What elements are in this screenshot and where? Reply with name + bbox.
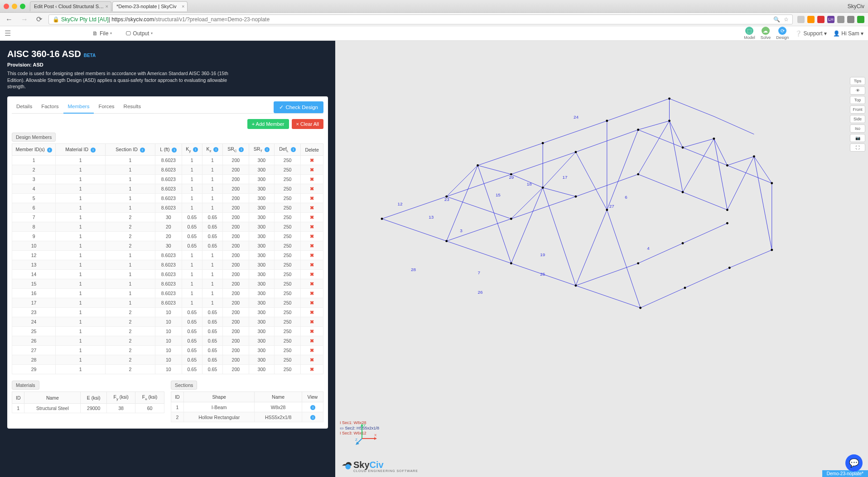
table-row[interactable]: 2118.602311200300250✖ — [12, 165, 323, 175]
table-row[interactable]: 712300.650.65200300250✖ — [12, 213, 323, 222]
tab-factors[interactable]: Factors — [37, 101, 63, 113]
delete-icon[interactable]: ✖ — [310, 262, 314, 267]
delete-icon[interactable]: ✖ — [310, 348, 314, 353]
delete-icon[interactable]: ✖ — [310, 300, 314, 305]
delete-icon[interactable]: ✖ — [310, 234, 314, 239]
info-icon[interactable]: i — [47, 148, 52, 153]
info-icon[interactable]: i — [140, 148, 145, 153]
3d-viewport[interactable]: 12 13 23 29 15 18 7 26 3 4 17 24 6 27 25… — [335, 41, 868, 477]
file-menu[interactable]: 🗎 File ▾ — [92, 30, 112, 37]
table-row[interactable]: 17118.602311200300250✖ — [12, 298, 323, 308]
delete-icon[interactable]: ✖ — [310, 291, 314, 296]
table-row[interactable]: 2812100.650.65200300250✖ — [12, 355, 323, 365]
url-input[interactable]: 🔒 SkyCiv Pty Ltd [AU] | https://skyciv.c… — [48, 14, 793, 24]
clear-all-button[interactable]: × Clear All — [292, 119, 323, 129]
delete-icon[interactable]: ✖ — [310, 176, 314, 182]
view-btn-📷[interactable]: 📷 — [850, 134, 865, 142]
check-design-button[interactable]: ✓ Check Design — [274, 101, 323, 113]
table-row[interactable]: 5118.602311200300250✖ — [12, 194, 323, 203]
mode-solve[interactable]: ☁Solve — [761, 27, 771, 40]
view-btn-tips[interactable]: Tips — [850, 77, 865, 85]
view-btn-👁[interactable]: 👁 — [850, 86, 865, 95]
delete-icon[interactable]: ✖ — [310, 272, 314, 277]
delete-icon[interactable]: ✖ — [310, 357, 314, 363]
info-icon[interactable]: i — [193, 147, 198, 152]
tab-close-icon[interactable]: × — [182, 4, 184, 9]
info-icon[interactable]: i — [239, 147, 244, 152]
delete-icon[interactable]: ✖ — [310, 253, 314, 258]
ext-icon[interactable] — [837, 16, 844, 23]
view-btn-iso[interactable]: Iso — [850, 124, 865, 133]
close-window-icon[interactable] — [4, 4, 9, 9]
browser-tab-1[interactable]: Edit Post ‹ Cloud Structural S… × — [30, 1, 111, 11]
table-row[interactable]: 16118.602311200300250✖ — [12, 289, 323, 298]
delete-icon[interactable]: ✖ — [310, 186, 314, 191]
table-row[interactable]: 2412100.650.65200300250✖ — [12, 317, 323, 327]
view-btn-top[interactable]: Top — [850, 96, 865, 104]
table-row[interactable]: 2Hollow RectangularHSS5x2x1/8i — [171, 412, 323, 422]
delete-icon[interactable]: ✖ — [310, 338, 314, 343]
table-row[interactable]: 1012300.650.65200300250✖ — [12, 241, 323, 251]
bookmark-icon[interactable]: ☆ — [784, 16, 789, 23]
delete-icon[interactable]: ✖ — [310, 224, 314, 229]
back-icon[interactable]: ← — [4, 15, 14, 24]
delete-icon[interactable]: ✖ — [310, 367, 314, 372]
user-menu[interactable]: 👤 Hi Sam ▾ — [833, 30, 863, 37]
table-row[interactable]: 2712100.650.65200300250✖ — [12, 346, 323, 355]
info-icon[interactable]: i — [265, 147, 270, 152]
table-row[interactable]: 1118.602311200300250✖ — [12, 156, 323, 165]
table-row[interactable]: 13118.602311200300250✖ — [12, 260, 323, 270]
chat-icon[interactable]: 💬 — [845, 454, 863, 472]
delete-icon[interactable]: ✖ — [310, 243, 314, 248]
table-row[interactable]: 2312100.650.65200300250✖ — [12, 308, 323, 317]
view-btn-front[interactable]: Front — [850, 105, 865, 114]
delete-icon[interactable]: ✖ — [310, 157, 314, 163]
tab-members[interactable]: Members — [63, 101, 94, 114]
ext-icon[interactable]: LH — [827, 16, 834, 23]
reload-icon[interactable]: ⟳ — [34, 15, 44, 24]
ext-icon[interactable] — [807, 16, 815, 23]
mode-design[interactable]: ⟳Design — [776, 27, 789, 40]
browser-tab-2[interactable]: *Demo-23-noplate | SkyCiv × — [112, 1, 188, 11]
table-row[interactable]: 6118.602311200300250✖ — [12, 203, 323, 213]
info-icon[interactable]: i — [91, 148, 96, 153]
ext-icon[interactable] — [857, 16, 864, 23]
maximize-window-icon[interactable] — [20, 4, 25, 9]
ext-icon[interactable] — [847, 16, 854, 23]
table-row[interactable]: 4118.602311200300250✖ — [12, 184, 323, 194]
view-btn-side[interactable]: Side — [850, 115, 865, 123]
add-member-button[interactable]: + Add Member — [247, 119, 289, 129]
mode-model[interactable]: ⬚Model — [744, 27, 755, 40]
forward-icon[interactable]: → — [19, 15, 30, 24]
table-row[interactable]: 14118.602311200300250✖ — [12, 270, 323, 279]
table-row[interactable]: 912200.650.65200300250✖ — [12, 232, 323, 241]
tab-details[interactable]: Details — [12, 101, 37, 113]
view-icon[interactable]: i — [310, 405, 315, 410]
search-in-page-icon[interactable]: 🔍 — [773, 16, 780, 23]
delete-icon[interactable]: ✖ — [310, 196, 314, 201]
table-row[interactable]: 1 Structural Steel 29000 38 60 — [12, 404, 164, 413]
delete-icon[interactable]: ✖ — [310, 310, 314, 315]
table-row[interactable]: 2512100.650.65200300250✖ — [12, 327, 323, 336]
table-row[interactable]: 12118.602311200300250✖ — [12, 251, 323, 260]
table-row[interactable]: 812200.650.65200300250✖ — [12, 222, 323, 232]
output-menu[interactable]: 🖵 Output ▾ — [125, 30, 153, 37]
table-row[interactable]: 1I-BeamW8x28i — [171, 402, 323, 412]
delete-icon[interactable]: ✖ — [310, 319, 314, 324]
view-btn-⛶[interactable]: ⛶ — [850, 143, 865, 152]
delete-icon[interactable]: ✖ — [310, 167, 314, 172]
delete-icon[interactable]: ✖ — [310, 215, 314, 220]
table-row[interactable]: 3118.602311200300250✖ — [12, 175, 323, 184]
ext-icon[interactable] — [817, 16, 825, 23]
ext-icon[interactable] — [797, 16, 805, 23]
tab-results[interactable]: Results — [119, 101, 145, 113]
delete-icon[interactable]: ✖ — [310, 329, 314, 334]
minimize-window-icon[interactable] — [12, 4, 17, 9]
table-row[interactable]: 2612100.650.65200300250✖ — [12, 336, 323, 346]
table-row[interactable]: 2912100.650.65200300250✖ — [12, 365, 323, 374]
menu-icon[interactable]: ☰ — [5, 29, 11, 38]
support-menu[interactable]: ❔ Support ▾ — [795, 30, 827, 37]
delete-icon[interactable]: ✖ — [310, 281, 314, 286]
view-icon[interactable]: i — [310, 415, 315, 420]
table-row[interactable]: 15118.602311200300250✖ — [12, 279, 323, 289]
